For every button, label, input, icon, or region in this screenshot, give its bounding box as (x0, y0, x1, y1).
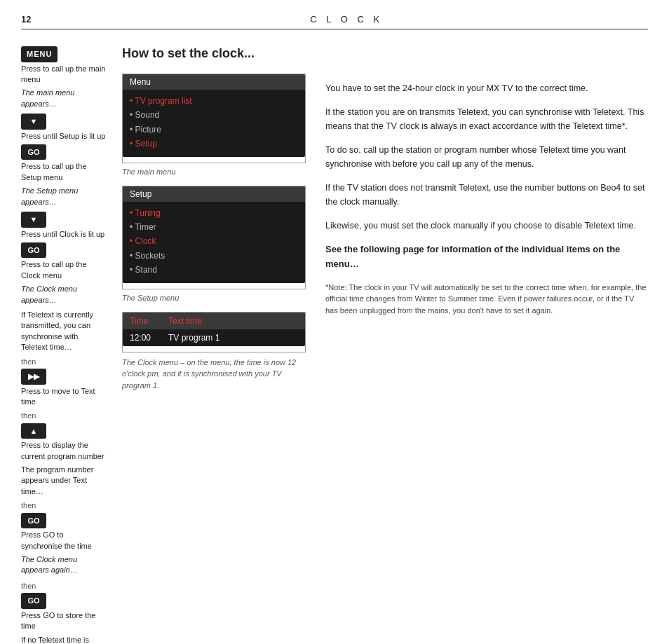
step-down2-row: ▼ (21, 212, 107, 228)
main-menu-box: Menu TV program list Sound Picture Setup (122, 74, 306, 163)
right-note: *Note: The clock in your TV will automat… (325, 282, 648, 317)
section-title: How to set the clock... (122, 46, 306, 61)
right-para-5: Likewise, you must set the clock manuall… (325, 219, 648, 233)
right-para-1: You have to set the 24-hour clock in you… (325, 81, 648, 95)
menu-item-clock: Clock (130, 234, 298, 248)
setup-menu-body: Tuning Timer Clock Sockets Stand (123, 202, 305, 283)
menu-item-setup: Setup (130, 137, 298, 151)
then-label-1: then (21, 356, 107, 368)
step-no-teletext: If no Teletext time is available, No Tex… (21, 635, 107, 644)
page-title: C L O C K (45, 14, 648, 25)
menu-item-picture: Picture (130, 123, 298, 137)
step-go2-row: GO (21, 242, 107, 259)
step-clock-italic: The Clock menu appears… (21, 284, 107, 306)
step-clock-again: The Clock menu appears again… (21, 554, 107, 576)
up-arrow-button[interactable]: ▲ (21, 423, 46, 439)
teletext-note: If Teletext is currently transmitted, yo… (21, 310, 107, 353)
menu-item-tvprogramlist: TV program list (130, 94, 298, 108)
then-label-2: then (21, 410, 107, 422)
step-down1-row: ▼ (21, 114, 107, 130)
step-go2-desc: Press to call up the Clock menu (21, 259, 107, 281)
menu-item-timer: Timer (130, 220, 298, 234)
clock-label-time: Time (130, 316, 168, 326)
step-down1-desc: Press until Setup is lit up (21, 131, 107, 142)
forward-button[interactable]: ▶▶ (21, 369, 46, 385)
left-instructions: MENU Press to call up the main menu The … (21, 46, 107, 644)
setup-menu-box: Setup Tuning Timer Clock Sockets Stand (122, 186, 306, 289)
step-menu-desc: Press to call up the main menu (21, 64, 107, 85)
clock-label-1200: 12:00 (130, 333, 168, 343)
step-down2-desc: Press until Clock is lit up (21, 229, 107, 240)
setup-menu: Setup Tuning Timer Clock Sockets Stand (123, 186, 305, 283)
down-arrow-button-2[interactable]: ▼ (21, 212, 46, 228)
clock-menu-caption: The Clock menu – on the menu, the time i… (122, 357, 306, 392)
setup-menu-header: Setup (123, 186, 305, 202)
step-prog-num-desc: The program number appears under Text ti… (21, 465, 107, 497)
go-button-4[interactable]: GO (21, 593, 46, 609)
clock-menu-row1: Time Text time (123, 313, 305, 329)
main-menu-caption: The main menu (122, 167, 306, 176)
clock-menu-row2: 12:00 TV program 1 (123, 329, 305, 346)
menu-item-sound: Sound (130, 108, 298, 122)
right-para-6: See the following page for information o… (325, 242, 648, 272)
middle-column: How to set the clock... Menu TV program … (112, 46, 316, 644)
step-ff-desc: Press to move to Text time (21, 386, 107, 408)
clock-menu: Time Text time 12:00 TV program 1 (123, 313, 305, 346)
go-button-1[interactable]: GO (21, 144, 46, 160)
page: 12 C L O C K MENU Press to call up the m… (0, 0, 669, 644)
step-go1-desc: Press to call up the Setup menu (21, 161, 107, 183)
go-button-3[interactable]: GO (21, 513, 46, 529)
step-up-desc: Press to display the current program num… (21, 440, 107, 462)
step-go4-desc: Press GO to store the time (21, 610, 107, 632)
step-go4-row: GO (21, 593, 107, 609)
go-button-2[interactable]: GO (21, 242, 46, 259)
step-up-row: ▲ (21, 423, 107, 439)
step-go3-desc: Press GO to synchronise the time (21, 530, 107, 551)
clock-value-texttime: Text time (168, 316, 202, 326)
then-label-3: then (21, 500, 107, 512)
right-column: You have to set the 24-hour clock in you… (316, 46, 648, 644)
clock-value-tvprog: TV program 1 (168, 333, 219, 343)
right-para-4: If the TV station does not transmit Tele… (325, 181, 648, 209)
menu-button[interactable]: MENU (21, 46, 58, 62)
right-para-2: If the station you are on transmits Tele… (325, 105, 648, 133)
content-area: MENU Press to call up the main menu The … (21, 46, 648, 644)
step-go3-row: GO (21, 513, 107, 529)
main-menu: Menu TV program list Sound Picture Setup (123, 74, 305, 157)
setup-menu-caption: The Setup menu (122, 294, 306, 302)
left-column: MENU Press to call up the main menu The … (21, 46, 112, 644)
step-menu-italic: The main menu appears… (21, 88, 107, 109)
step-ff-row: ▶▶ (21, 369, 107, 385)
right-para-3: To do so, call up the station or program… (325, 143, 648, 171)
menu-item-tuning: Tuning (130, 206, 298, 220)
step-menu-btn-row: MENU (21, 46, 107, 62)
step-go1-row: GO (21, 144, 107, 160)
step-setup-italic: The Setup menu appears… (21, 186, 107, 207)
page-number: 12 (21, 14, 31, 25)
main-menu-header: Menu (123, 74, 305, 90)
menu-item-stand: Stand (130, 263, 298, 277)
page-header: 12 C L O C K (21, 14, 648, 29)
menu-item-sockets: Sockets (130, 249, 298, 263)
main-menu-body: TV program list Sound Picture Setup (123, 90, 305, 157)
down-arrow-button-1[interactable]: ▼ (21, 114, 46, 130)
then-label-4: then (21, 580, 107, 592)
clock-menu-box: Time Text time 12:00 TV program 1 (122, 312, 306, 352)
